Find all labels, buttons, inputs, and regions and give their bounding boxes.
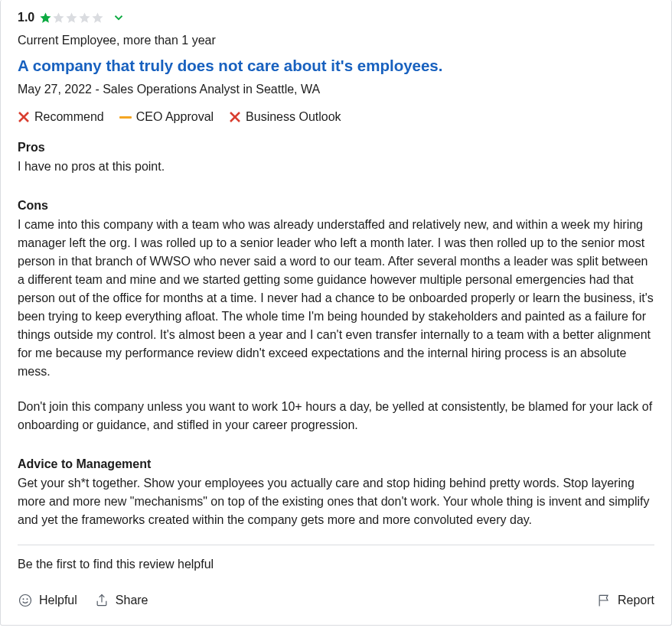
cons-paragraph: I came into this company with a team who… — [18, 216, 654, 381]
smile-icon — [18, 593, 33, 608]
dash-icon — [119, 111, 132, 123]
rating-row: 1.0 — [18, 11, 654, 24]
report-button[interactable]: Report — [596, 593, 654, 608]
svg-point-6 — [27, 599, 28, 600]
chevron-down-icon[interactable] — [112, 11, 126, 24]
x-icon — [229, 111, 241, 123]
star-icon — [65, 11, 78, 24]
ceo-approval-indicator: CEO Approval — [119, 110, 214, 124]
star-icon — [91, 11, 104, 24]
cons-body: I came into this company with a team who… — [18, 216, 654, 434]
star-rating — [39, 11, 104, 24]
pros-body: I have no pros at this point. — [18, 158, 654, 176]
helpful-count-text: Be the first to find this review helpful — [18, 558, 654, 571]
review-card: 1.0 Current Employee, more than 1 year A… — [0, 0, 672, 626]
helpful-button[interactable]: Helpful — [18, 593, 77, 608]
report-label: Report — [618, 594, 654, 607]
star-icon — [78, 11, 91, 24]
cons-paragraph: Don't join this company unless you want … — [18, 398, 654, 434]
indicator-row: Recommend CEO Approval Business Outlook — [18, 110, 654, 124]
review-meta: May 27, 2022 - Sales Operations Analyst … — [18, 83, 654, 96]
share-label: Share — [116, 594, 148, 607]
recommend-label: Recommend — [34, 110, 104, 124]
business-outlook-indicator: Business Outlook — [229, 110, 341, 124]
star-icon — [39, 11, 52, 24]
flag-icon — [596, 593, 612, 608]
left-actions: Helpful Share — [18, 593, 148, 608]
advice-body: Get your sh*t together. Show your employ… — [18, 474, 654, 529]
outlook-label: Business Outlook — [246, 110, 341, 124]
star-icon — [52, 11, 65, 24]
helpful-label: Helpful — [39, 594, 77, 607]
svg-point-5 — [23, 599, 24, 600]
cons-heading: Cons — [18, 199, 654, 213]
divider — [18, 545, 654, 545]
pros-heading: Pros — [18, 141, 654, 154]
review-title-link[interactable]: A company that truly does not care about… — [18, 57, 442, 75]
svg-point-4 — [20, 595, 31, 607]
action-row: Helpful Share Report — [18, 593, 654, 608]
employment-status: Current Employee, more than 1 year — [18, 34, 654, 47]
share-button[interactable]: Share — [94, 593, 148, 608]
x-icon — [18, 111, 30, 123]
recommend-indicator: Recommend — [18, 110, 104, 124]
share-icon — [94, 593, 109, 608]
advice-heading: Advice to Management — [18, 457, 654, 471]
rating-value: 1.0 — [18, 11, 34, 24]
ceo-label: CEO Approval — [136, 110, 214, 124]
